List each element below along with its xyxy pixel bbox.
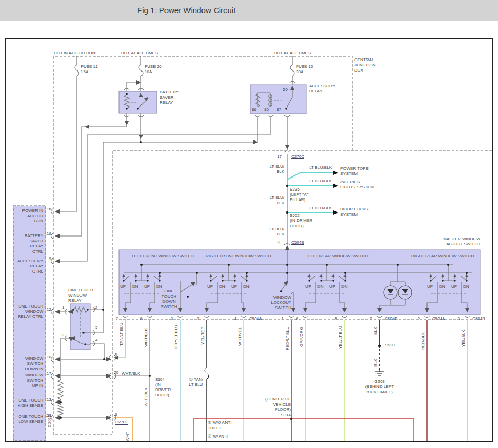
lf-dn1[interactable]: DN [132, 284, 138, 289]
rf-up1[interactable]: UP [207, 284, 213, 289]
rf-dn2[interactable]: DN [243, 284, 250, 289]
c504b-connector-2[interactable]: C504B [472, 316, 485, 322]
wire-gry-lt-blu: GRY/LT BLU [174, 325, 179, 349]
rr-dn1[interactable]: DN [439, 284, 445, 289]
left-rear-switch-name: LEFT REAR WINDOW SWITCH [308, 254, 368, 259]
module-pin12-num: 12 [44, 307, 51, 312]
module-pin19-label: BATTERY SAVER RELAY CTRL [15, 233, 43, 254]
accessory-relay-label: ACCESSORY RELAY [309, 84, 335, 94]
note-tan-lt-blu: ① TAN/ LT BLU [189, 377, 203, 387]
wire-wht-blk: WHT/BLK [144, 328, 148, 347]
hot-all-times-label-2: HOT AT ALL TIMES [274, 51, 311, 56]
door-pin20-wire: WHT/BLK [122, 371, 140, 376]
note-with-anti-theft: ② W/ ANTI- [208, 434, 230, 439]
door-pin6: 6 [115, 412, 117, 417]
pin3b-num: 3 [454, 316, 460, 322]
pin8-num: 8 [167, 316, 173, 322]
module-pin13-label: ONE TOUCH HIGH SENSE [15, 398, 43, 408]
fuse-11-rating: 15A [81, 69, 88, 74]
module-pin16-num: 16 [44, 207, 51, 212]
module-pin13-num: 13 [44, 397, 51, 403]
module-pin9-label: ACCESSORY RELAY CTRL [15, 258, 43, 274]
fuse-10-rating: 30A [296, 69, 303, 74]
module-pin19-num: 19 [44, 231, 51, 237]
acc-relay-pin87: 87 [277, 107, 281, 112]
c504a-connector-1[interactable]: C504A [249, 316, 262, 322]
fuse-26-rating: 10A [145, 69, 152, 74]
rf-dn1[interactable]: DN [219, 284, 226, 289]
power-tops-system-label: POWER TOPS SYSTEM [340, 166, 369, 176]
lt-blu-blk-label-1: LT BLU/ BLK [266, 164, 284, 174]
lr-up1[interactable]: UP [305, 284, 311, 289]
lr-dn1[interactable]: DN [317, 284, 324, 289]
wire-gry-org: GRY/ORG [299, 327, 304, 347]
rr-up1[interactable]: UP [427, 284, 433, 289]
one-touch-relay-label: ONE TOUCH WINDOW RELAY [68, 288, 93, 303]
acc-relay-pin85: 85 [264, 107, 269, 112]
pin7-num: 7 [112, 316, 118, 322]
splice-s502-label: S502 (IN DRIVER DOOR) [290, 213, 312, 229]
window-lockout-switch-label: WINDOW LOCKOUT SWITCH [263, 295, 291, 311]
central-junction-box-label: CENTRAL JUNCTION BOX [354, 57, 375, 73]
fuse-10-name: FUSE 10 [296, 64, 313, 69]
door-pin20: 20 [114, 370, 118, 375]
pin4-num: 4 [230, 316, 236, 322]
branch-wire-label-3: LT BLU/BLK [306, 206, 332, 211]
wire-red-blk: RED/BLK [421, 332, 425, 350]
lf-up1[interactable]: UP [120, 284, 126, 289]
c504b-connector-1[interactable]: C504B [385, 316, 397, 322]
right-front-switch-name: RIGHT FRONT WINDOW SWITCH [206, 254, 271, 259]
splice-s500-label: S500 [385, 343, 395, 348]
lr-up2[interactable]: UP [329, 284, 335, 289]
wire-blk: BLK [373, 327, 378, 335]
interior-lights-system-label: INTERIOR LIGHTS SYSTEM [340, 180, 374, 190]
c504b-pin4: 4 [272, 240, 280, 245]
pin5-num: 5 [331, 316, 337, 322]
c270c-connector-top[interactable]: C270C [291, 154, 304, 159]
module-pin10-label: WINDOW SWITCH DOWN IN [15, 356, 43, 372]
door-pin5: 5 [115, 352, 117, 358]
pin2b-num: 2 [413, 316, 420, 322]
fuse-11-name: FUSE 11 [81, 64, 98, 69]
c270c-connector-bottom[interactable]: C270C [115, 420, 128, 425]
wire-yel-blk: YEL/BLK [461, 330, 466, 347]
ot-relay-pin1: 1 [62, 305, 64, 310]
lf-up2[interactable]: UP [144, 284, 150, 289]
one-touch-down-switch-label: ONE TOUCH DOWN SWITCH [160, 289, 179, 310]
rf-up2[interactable]: UP [231, 284, 237, 289]
branch-wire-label-2: LT BLU/BLK [306, 179, 332, 184]
hot-all-times-label-1: HOT AT ALL TIMES [121, 51, 158, 56]
rr-dn2[interactable]: DN [463, 284, 469, 289]
wire-wht-blk-2: WHT/BLK [144, 387, 148, 406]
module-pin12-label: ONE TOUCH WINDOW RELAY CTRL [15, 304, 43, 320]
wire-wht-yel: WHT/YEL [238, 327, 242, 346]
fuse-10-label: FUSE 1030A [296, 64, 313, 75]
hot-in-acc-label: HOT IN ACC OR RUN [54, 51, 95, 56]
splice-s504-label: S504 (IN DRIVER DOOR) [155, 377, 171, 398]
branch-wire-label-1: LT BLU/BLK [306, 165, 332, 170]
module-pin17-num: 17 [44, 371, 51, 376]
lt-blu-blk-label-3: LT BLU/ BLK [266, 227, 284, 237]
wire-red-lt-blu: RED/LT BLU [285, 327, 290, 351]
wire-blk-2: BLK [373, 359, 378, 367]
pin2-num: 2 [366, 316, 372, 322]
acc-relay-pin86: 86 [252, 107, 256, 112]
wire-yel-lt-blu: YEL/LT BLU [338, 326, 343, 349]
pin3-num: 3 [193, 316, 199, 322]
lr-dn2[interactable]: DN [341, 284, 348, 289]
module-pin9-num: 9 [44, 256, 51, 262]
ot-relay-pin4: 4 [95, 338, 97, 343]
wire-tan-lt-blu: TAN/LT BLU [119, 323, 124, 346]
note-without-anti-theft: ① W/O ANTI- THEFT [208, 420, 233, 431]
battery-saver-relay-label: BATTERY SAVER RELAY [160, 90, 179, 105]
c270c-pin17: 17 [274, 154, 282, 159]
ground-g203-label: G203 (BEHIND LEFT KICK PANEL) [353, 379, 406, 395]
c504a-connector-2[interactable]: C504A [432, 316, 445, 322]
pin6b-num: 6 [292, 316, 298, 322]
c504b-connector-top[interactable]: C504B [291, 240, 304, 245]
wire-yel-red: YEL/RED [200, 327, 205, 345]
module-pin17-label: WINDOW SWITCH UP IN [15, 373, 43, 388]
pin1-num: 1 [278, 316, 284, 322]
rr-up2[interactable]: UP [451, 284, 457, 289]
master-window-switch-title: MASTER WINDOW ADJUST SWITCH [432, 237, 480, 247]
